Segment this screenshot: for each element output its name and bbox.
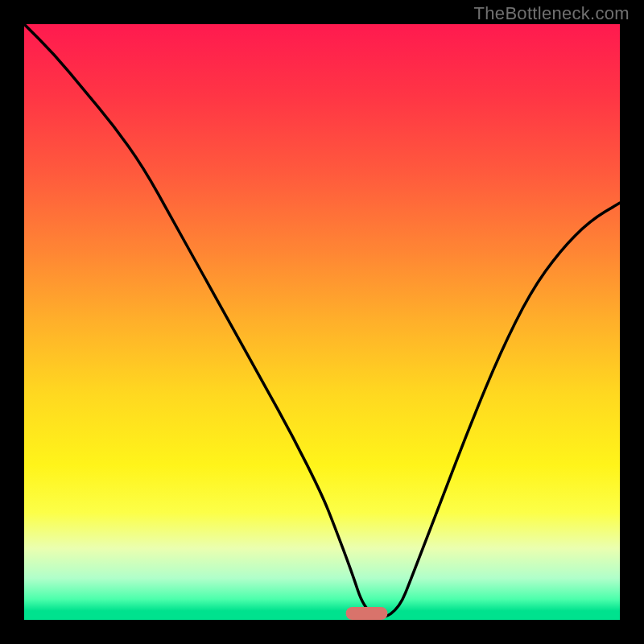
chart-container: { "watermark": "TheBottleneck.com", "plo…	[0, 0, 644, 644]
watermark-text: TheBottleneck.com	[474, 3, 630, 24]
bottleneck-chart	[0, 0, 644, 644]
gradient-background	[24, 24, 620, 620]
optimal-range-marker	[346, 607, 388, 620]
